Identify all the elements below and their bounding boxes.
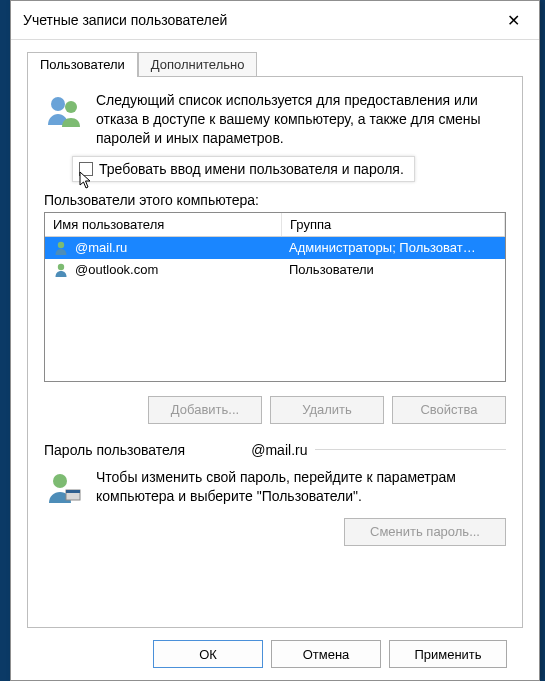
svg-point-4	[53, 474, 67, 488]
password-user-icon	[44, 468, 84, 508]
row-group: Администраторы; Пользоват…	[289, 240, 476, 255]
titlebar: Учетные записи пользователей ✕	[11, 1, 539, 40]
window-title: Учетные записи пользователей	[23, 12, 493, 28]
password-hint-text: Чтобы изменить свой пароль, перейдите к …	[96, 468, 506, 508]
user-icon	[53, 240, 69, 256]
cursor-icon	[79, 171, 93, 189]
user-icon	[53, 262, 69, 278]
tabs-bar: Пользователи Дополнительно	[27, 50, 523, 76]
svg-point-3	[58, 263, 64, 269]
user-accounts-dialog: Учетные записи пользователей ✕ Пользоват…	[10, 0, 540, 681]
require-credentials-checkbox[interactable]: Требовать ввод имени пользователя и паро…	[72, 156, 415, 182]
list-item[interactable]: @mail.ru Администраторы; Пользоват…	[45, 237, 505, 259]
users-list-label: Пользователи этого компьютера:	[44, 192, 506, 208]
list-item[interactable]: @outlook.com Пользователи	[45, 259, 505, 281]
change-password-button[interactable]: Сменить пароль...	[344, 518, 506, 546]
users-icon	[44, 91, 84, 131]
properties-button[interactable]: Свойства	[392, 396, 506, 424]
svg-point-2	[58, 241, 64, 247]
dialog-footer: ОК Отмена Применить	[27, 628, 523, 680]
close-button[interactable]: ✕	[493, 6, 533, 34]
svg-point-0	[51, 97, 65, 111]
ok-button[interactable]: ОК	[153, 640, 263, 668]
add-button[interactable]: Добавить...	[148, 396, 262, 424]
row-username: @outlook.com	[75, 262, 158, 277]
column-group[interactable]: Группа	[282, 213, 505, 236]
remove-button[interactable]: Удалить	[270, 396, 384, 424]
password-group-label: Пароль пользователя @mail.ru	[44, 442, 506, 458]
tab-pane-users: Следующий список используется для предос…	[27, 76, 523, 628]
intro-text: Следующий список используется для предос…	[96, 91, 506, 148]
tab-users[interactable]: Пользователи	[27, 52, 138, 77]
svg-point-1	[65, 101, 77, 113]
row-username: @mail.ru	[75, 240, 127, 255]
svg-rect-6	[66, 490, 80, 493]
checkbox-label: Требовать ввод имени пользователя и паро…	[99, 161, 404, 177]
row-group: Пользователи	[289, 262, 374, 277]
listview-header: Имя пользователя Группа	[45, 213, 505, 237]
apply-button[interactable]: Применить	[389, 640, 507, 668]
cancel-button[interactable]: Отмена	[271, 640, 381, 668]
users-listview[interactable]: Имя пользователя Группа @mail.ru Админис…	[44, 212, 506, 382]
tab-advanced[interactable]: Дополнительно	[138, 52, 258, 76]
column-username[interactable]: Имя пользователя	[45, 213, 282, 236]
